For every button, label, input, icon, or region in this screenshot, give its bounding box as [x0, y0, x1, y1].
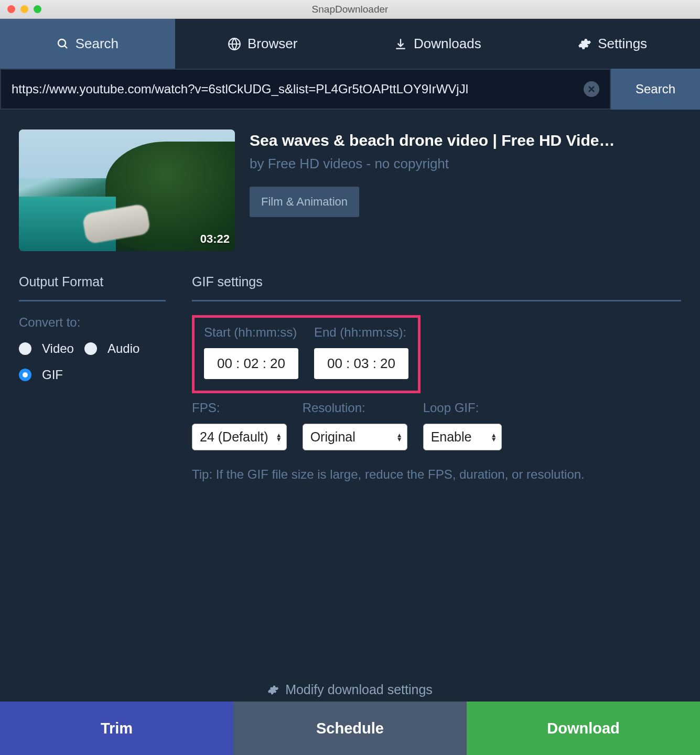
radio-audio[interactable]: [84, 342, 97, 355]
svg-point-0: [58, 39, 66, 47]
tab-browser[interactable]: Browser: [175, 19, 350, 69]
svg-line-1: [64, 46, 67, 48]
fps-value: 24 (Default): [200, 429, 268, 445]
url-input-wrap: [0, 69, 611, 110]
schedule-label: Schedule: [316, 720, 384, 737]
tab-search[interactable]: Search: [0, 19, 175, 69]
output-panel: Output Format Convert to: Video Audio GI…: [19, 274, 166, 482]
fps-select[interactable]: 24 (Default) ▲▼: [192, 424, 287, 450]
resolution-select[interactable]: Original ▲▼: [303, 424, 407, 450]
gif-panel: GIF settings Start (hh:mm:ss) End (hh:mm…: [192, 274, 681, 482]
convert-to-label: Convert to:: [19, 315, 166, 330]
schedule-button[interactable]: Schedule: [233, 702, 467, 755]
resolution-label: Resolution:: [303, 401, 407, 415]
search-button-label: Search: [636, 82, 675, 96]
time-range-highlight: Start (hh:mm:ss) End (hh:mm:ss):: [192, 315, 421, 393]
loop-label: Loop GIF:: [423, 401, 502, 415]
video-header: 03:22 Sea waves & beach drone video | Fr…: [19, 130, 681, 251]
tab-browser-label: Browser: [247, 36, 297, 52]
category-tag: Film & Animation: [250, 187, 359, 217]
download-button[interactable]: Download: [467, 702, 700, 755]
gear-icon: [267, 684, 279, 696]
resolution-value: Original: [310, 429, 356, 445]
radio-gif[interactable]: [19, 369, 31, 381]
tab-downloads[interactable]: Downloads: [350, 19, 525, 69]
fps-label: FPS:: [192, 401, 287, 415]
modify-settings-link[interactable]: Modify download settings: [0, 682, 700, 697]
tab-settings[interactable]: Settings: [525, 19, 700, 69]
radio-video-label: Video: [42, 341, 74, 356]
trim-button[interactable]: Trim: [0, 702, 233, 755]
end-time-input[interactable]: [314, 348, 408, 379]
radio-audio-label: Audio: [107, 341, 139, 356]
start-label: Start (hh:mm:ss): [204, 325, 298, 340]
titlebar: SnapDownloader: [0, 0, 700, 19]
gif-heading: GIF settings: [192, 274, 681, 300]
chevron-updown-icon: ▲▼: [396, 433, 403, 441]
end-label: End (hh:mm:ss):: [314, 325, 408, 340]
url-input[interactable]: [12, 82, 584, 96]
settings-row: Output Format Convert to: Video Audio GI…: [19, 274, 681, 482]
search-icon: [57, 38, 69, 50]
video-thumbnail[interactable]: 03:22: [19, 130, 235, 251]
chevron-updown-icon: ▲▼: [276, 433, 282, 441]
window-title: SnapDownloader: [0, 4, 700, 15]
gif-tip: Tip: If the GIF file size is large, redu…: [192, 467, 681, 482]
start-time-input[interactable]: [204, 348, 298, 379]
loop-value: Enable: [431, 429, 472, 445]
search-button[interactable]: Search: [611, 69, 700, 110]
gear-icon: [578, 37, 591, 51]
download-icon: [394, 37, 407, 51]
tab-search-label: Search: [76, 36, 119, 52]
chevron-updown-icon: ▲▼: [491, 433, 497, 441]
tab-downloads-label: Downloads: [414, 36, 481, 52]
video-duration: 03:22: [200, 232, 230, 246]
video-author: by Free HD videos - no copyright: [250, 156, 681, 172]
video-title: Sea waves & beach drone video | Free HD …: [250, 132, 681, 149]
loop-select[interactable]: Enable ▲▼: [423, 424, 502, 450]
x-icon: [588, 85, 595, 93]
output-heading: Output Format: [19, 274, 166, 300]
url-row: Search: [0, 69, 700, 110]
clear-url-button[interactable]: [584, 81, 599, 97]
tab-bar: Search Browser Downloads Settings: [0, 19, 700, 69]
video-meta: Sea waves & beach drone video | Free HD …: [250, 130, 681, 251]
radio-gif-label: GIF: [42, 368, 63, 382]
content: 03:22 Sea waves & beach drone video | Fr…: [0, 110, 700, 482]
globe-icon: [228, 37, 241, 51]
trim-label: Trim: [101, 720, 133, 737]
modify-settings-label: Modify download settings: [285, 682, 433, 697]
tab-settings-label: Settings: [598, 36, 647, 52]
download-label: Download: [547, 720, 620, 737]
radio-video[interactable]: [19, 342, 31, 355]
action-bar: Trim Schedule Download: [0, 702, 700, 755]
